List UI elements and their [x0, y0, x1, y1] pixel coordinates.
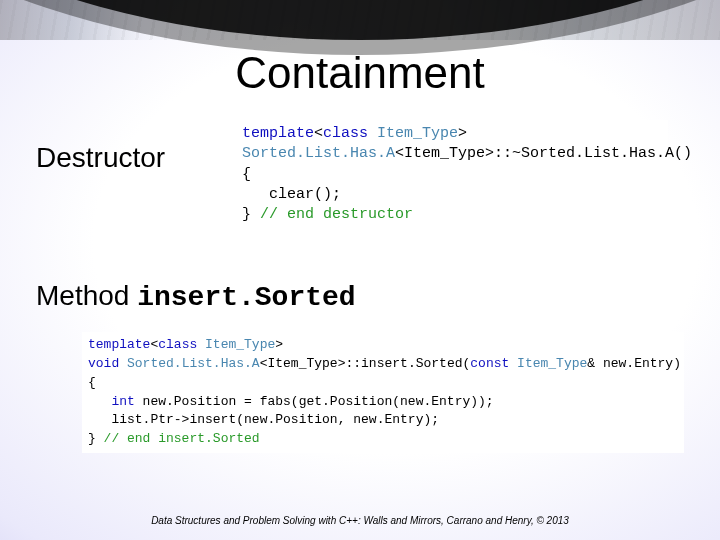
code-token: list.Ptr->insert(new.Position, new.Entry… [88, 412, 439, 427]
slide: Containment Destructor template<class It… [0, 0, 720, 540]
code-token: template [242, 125, 314, 142]
code-token: new.Position = fabs(get.Position(new.Ent… [135, 394, 494, 409]
section-destructor-label: Destructor [36, 142, 165, 174]
code-insert-sorted: template<class Item_Type> void Sorted.Li… [82, 332, 684, 453]
code-token: { [88, 375, 96, 390]
code-token: Sorted.List.Has.A [242, 145, 395, 162]
code-token: class [323, 125, 368, 142]
code-token [88, 394, 111, 409]
code-token: clear(); [242, 186, 341, 203]
code-token: Item_Type [509, 356, 587, 371]
slide-title: Containment [0, 48, 720, 98]
code-destructor: template<class Item_Type> Sorted.List.Ha… [236, 120, 668, 229]
code-token: } [88, 431, 104, 446]
code-token: int [111, 394, 134, 409]
code-token: > [275, 337, 283, 352]
code-token: { [242, 166, 251, 183]
code-token: void [88, 356, 119, 371]
code-token: template [88, 337, 150, 352]
slide-footer: Data Structures and Problem Solving with… [0, 515, 720, 526]
code-token: Item_Type [197, 337, 275, 352]
code-token: > [458, 125, 467, 142]
section-method-prefix: Method [36, 280, 137, 311]
section-method-label: Method insert.Sorted [36, 280, 356, 313]
section-method-name: insert.Sorted [137, 282, 355, 313]
code-token: <Item_Type>::~Sorted.List.Has.A() [395, 145, 692, 162]
code-token: < [314, 125, 323, 142]
code-token: // end destructor [260, 206, 413, 223]
code-token: & new.Entry) [587, 356, 681, 371]
code-token: Sorted.List.Has.A [119, 356, 259, 371]
code-token: } [242, 206, 260, 223]
code-token: const [470, 356, 509, 371]
code-token: <Item_Type>::insert.Sorted( [260, 356, 471, 371]
code-token: Item_Type [368, 125, 458, 142]
code-token: // end insert.Sorted [104, 431, 260, 446]
code-token: class [158, 337, 197, 352]
